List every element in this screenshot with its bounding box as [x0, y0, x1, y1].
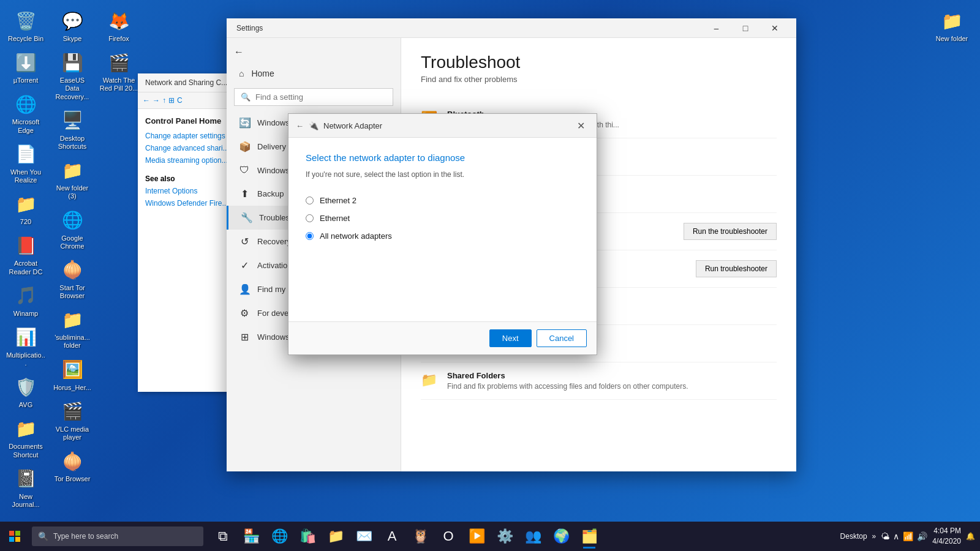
nav-forward-icon[interactable]: →: [153, 96, 160, 105]
windows-update-icon: 🔄: [239, 117, 250, 129]
cancel-button[interactable]: Cancel: [537, 329, 587, 347]
horus-label: Horus_Her...: [53, 384, 91, 392]
desktop-icon-recycle-bin[interactable]: 🗑️ Recycle Bin: [4, 6, 48, 45]
desktop-icon-skype[interactable]: 💬 Skype: [50, 6, 94, 45]
tray-expand-icon[interactable]: ∧: [893, 531, 899, 541]
google-chrome-icon: 🌐: [60, 208, 85, 233]
radio-option-ethernet2[interactable]: Ethernet 2: [306, 196, 579, 205]
desktop-icon-avg[interactable]: 🛡️ AVG: [4, 372, 48, 411]
skype-icon: 💬: [60, 9, 85, 33]
taskbar-date-value: 4/4/2020: [932, 536, 961, 547]
back-arrow-icon[interactable]: ←: [234, 47, 244, 58]
desktop-icon-easeus[interactable]: 💾 EaseUS Data Recovery...: [50, 48, 94, 103]
taskbar-clock[interactable]: 4:04 PM 4/4/2020: [932, 526, 961, 547]
taskbar-tripadvisor[interactable]: 🦉: [407, 523, 434, 550]
taskbar-settings[interactable]: ⚙️: [491, 523, 518, 550]
documents-shortcut-icon: 📁: [13, 416, 38, 441]
taskbar-browser2[interactable]: 🌍: [548, 523, 575, 550]
acrobat-label: Acrobat Reader DC: [6, 260, 45, 276]
nav-back-icon[interactable]: ←: [143, 96, 150, 105]
desktop-icon-documents-shortcut[interactable]: 📁 Documents Shortcut: [4, 414, 48, 461]
avg-icon: 🛡️: [13, 375, 38, 399]
taskbar-search-box[interactable]: 🔍 Type here to search: [32, 527, 203, 546]
nav-up-icon[interactable]: ↑: [162, 96, 166, 105]
settings-search-box[interactable]: 🔍: [234, 88, 393, 106]
dialog-back-icon[interactable]: ←: [296, 121, 304, 130]
desktop-icon-start-tor[interactable]: 🧅 Start Tor Browser: [50, 255, 94, 302]
find-my-device-icon: 👤: [239, 283, 250, 295]
svg-rect-1: [15, 531, 20, 536]
desktop-icon-firefox[interactable]: 🦊 Firefox: [97, 6, 141, 45]
desktop-icon-new-folder-right[interactable]: 📁 New folder: [930, 6, 974, 45]
ethernet2-radio[interactable]: [306, 197, 314, 204]
taskbar-apps-store[interactable]: 🛍️: [294, 523, 321, 550]
windows-security-icon: 🛡: [239, 165, 250, 176]
desktop-shortcuts-label: Desktop Shortcuts: [53, 135, 92, 151]
nav-refresh-icon[interactable]: C: [177, 96, 183, 105]
taskbar-teams[interactable]: 👥: [519, 523, 546, 550]
desktop-icon-when-you-realize[interactable]: 📄 When You Realize: [4, 140, 48, 187]
taskbar-right-area: Desktop » 🌤 ∧ 📶 🔊 4:04 PM 4/4/2020 🔔: [840, 526, 980, 547]
dialog-network-icon: 🔌: [309, 121, 318, 130]
desktop-icon-720[interactable]: 📁 720: [4, 189, 48, 228]
settings-home-nav[interactable]: ⌂ Home: [227, 64, 401, 83]
all-adapters-label[interactable]: All network adapters: [320, 231, 392, 241]
ethernet-label[interactable]: Ethernet: [320, 214, 350, 223]
desktop-icon-vlc[interactable]: 🎬 VLC media player: [50, 397, 94, 444]
taskbar-task-view[interactable]: ⧉: [209, 523, 236, 550]
taskbar-explorer[interactable]: 📁: [322, 523, 349, 550]
taskbar-media[interactable]: ▶️: [463, 523, 490, 550]
desktop-icon-new-journal[interactable]: 📓 New Journal...: [4, 464, 48, 511]
multiplication-icon: 📊: [13, 325, 38, 350]
desktop: 🗑️ Recycle Bin ⬇️ µTorrent 🌐 Microsoft E…: [0, 0, 980, 551]
desktop-icon-acrobat[interactable]: 📕 Acrobat Reader DC: [4, 231, 48, 278]
notification-icon[interactable]: 🔔: [966, 532, 975, 541]
desktop-icon-utorrent[interactable]: ⬇️ µTorrent: [4, 48, 48, 87]
desktop-icon-horus[interactable]: 🖼️ Horus_Her...: [50, 355, 94, 394]
volume-tray-icon[interactable]: 🔊: [917, 531, 927, 541]
ethernet2-label[interactable]: Ethernet 2: [320, 196, 356, 205]
taskbar-amazon[interactable]: A: [379, 523, 405, 550]
taskbar-file-explorer[interactable]: 🗂️: [576, 523, 603, 550]
desktop-icon-multiplication[interactable]: 📊 Multiplicatio...: [4, 323, 48, 370]
tor-icon: 🧅: [60, 449, 85, 473]
close-button[interactable]: ✕: [761, 18, 789, 38]
next-button[interactable]: Next: [489, 329, 532, 347]
desktop-icon-tor[interactable]: 🧅 Tor Browser: [50, 446, 94, 485]
radio-option-all-adapters[interactable]: All network adapters: [306, 231, 579, 241]
firefox-label: Firefox: [108, 35, 129, 43]
desktop-icon-watch-red-pill[interactable]: 🎬 Watch The Red Pill 20...: [97, 48, 141, 95]
desktop-icon-sublimina[interactable]: 📁 'sublimina... folder: [50, 305, 94, 352]
minimize-button[interactable]: ‒: [702, 18, 730, 38]
taskbar-mail[interactable]: ✉️: [350, 523, 377, 550]
nav-back-area: ←: [227, 43, 401, 61]
weather-icon[interactable]: 🌤: [881, 531, 889, 541]
nav-grid-icon[interactable]: ⊞: [168, 96, 175, 105]
all-adapters-radio[interactable]: [306, 232, 314, 240]
taskbar-opera[interactable]: O: [435, 523, 462, 550]
new-journal-icon: 📓: [13, 467, 38, 491]
start-button[interactable]: [0, 522, 29, 551]
multiplication-label: Multiplicatio...: [6, 351, 45, 367]
shared-folders-icon: 📁: [421, 372, 437, 388]
radio-option-ethernet[interactable]: Ethernet: [306, 214, 579, 223]
desktop-icon-desktop-shortcuts[interactable]: 🖥️ Desktop Shortcuts: [50, 106, 94, 153]
network-tray-icon[interactable]: 📶: [903, 531, 913, 541]
taskbar-store[interactable]: 🏪: [238, 523, 265, 550]
network-adapters-run-button[interactable]: Run the troubleshooter: [684, 223, 777, 240]
maximize-button[interactable]: □: [731, 18, 760, 38]
printer-run-button[interactable]: Run troubleshooter: [696, 260, 777, 277]
sublimina-icon: 📁: [60, 307, 85, 332]
new-folder-right-icon-area[interactable]: 📁 New folder: [930, 6, 974, 45]
winamp-label: Winamp: [13, 310, 38, 318]
desktop-icon-winamp[interactable]: 🎵 Winamp: [4, 281, 48, 320]
taskbar-edge[interactable]: 🌐: [266, 523, 293, 550]
dialog-close-button[interactable]: ✕: [572, 119, 589, 132]
taskbar-search-icon: 🔍: [38, 531, 48, 541]
desktop-icon-edge[interactable]: 🌐 Microsoft Edge: [4, 89, 48, 137]
desktop-icon-new-folder3[interactable]: 📁 New folder (3): [50, 156, 94, 203]
recycle-bin-label: Recycle Bin: [8, 35, 43, 43]
ethernet-radio[interactable]: [306, 214, 314, 222]
desktop-icon-google-chrome[interactable]: 🌐 Google Chrome: [50, 206, 94, 253]
settings-search-input[interactable]: [255, 92, 386, 102]
